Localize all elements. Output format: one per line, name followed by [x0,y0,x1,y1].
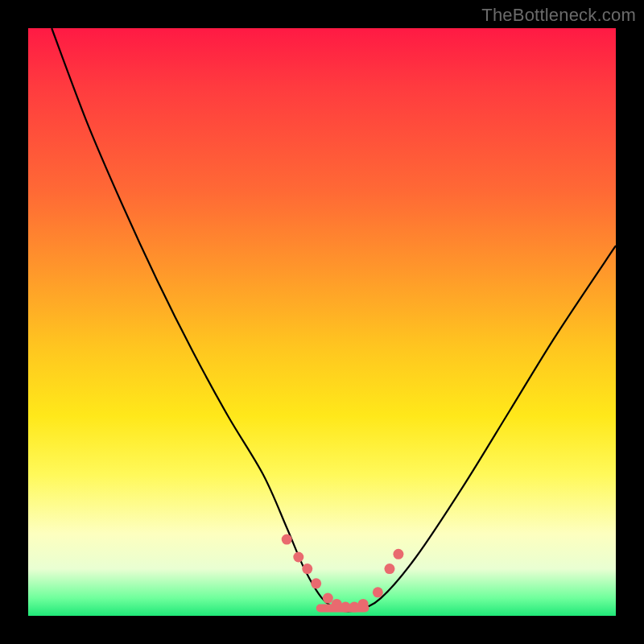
highlight-dot [311,578,321,588]
highlight-dot [393,549,403,559]
bottleneck-curve [52,28,616,612]
chart-frame: TheBottleneck.com [0,0,644,644]
highlight-dots [282,535,404,613]
plot-area [28,28,616,616]
highlight-dot [384,564,394,574]
highlight-dot [302,564,312,574]
highlight-dot [282,535,292,545]
valley-bar [316,605,369,613]
highlight-dot [323,593,333,604]
highlight-dot [293,552,303,563]
watermark-text: TheBottleneck.com [481,5,636,26]
curve-layer [28,28,616,616]
highlight-dot [373,587,383,597]
